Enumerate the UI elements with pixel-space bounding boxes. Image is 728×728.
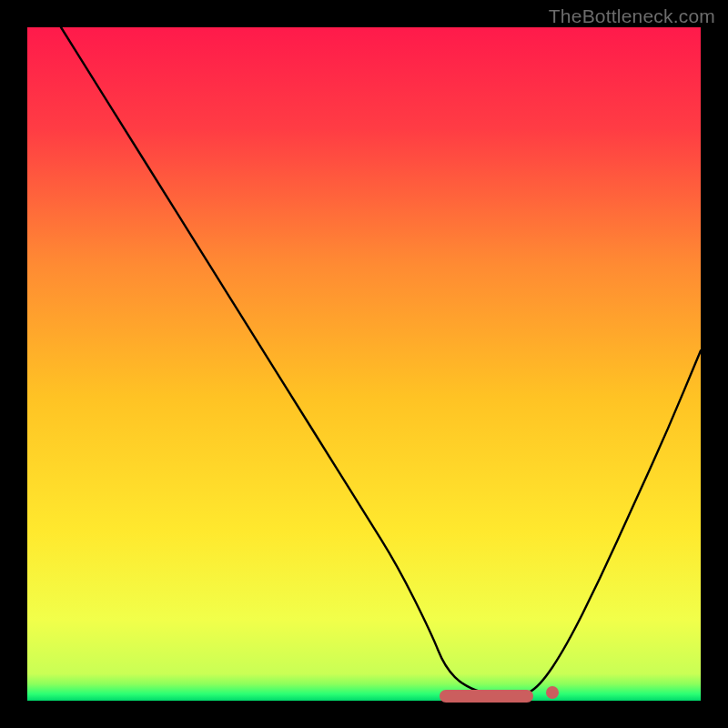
optimal-range-marker bbox=[440, 690, 534, 703]
plot-area bbox=[27, 27, 701, 701]
bottleneck-curve bbox=[27, 27, 701, 701]
chart-canvas: TheBottleneck.com bbox=[0, 0, 728, 728]
watermark-text: TheBottleneck.com bbox=[549, 5, 715, 27]
